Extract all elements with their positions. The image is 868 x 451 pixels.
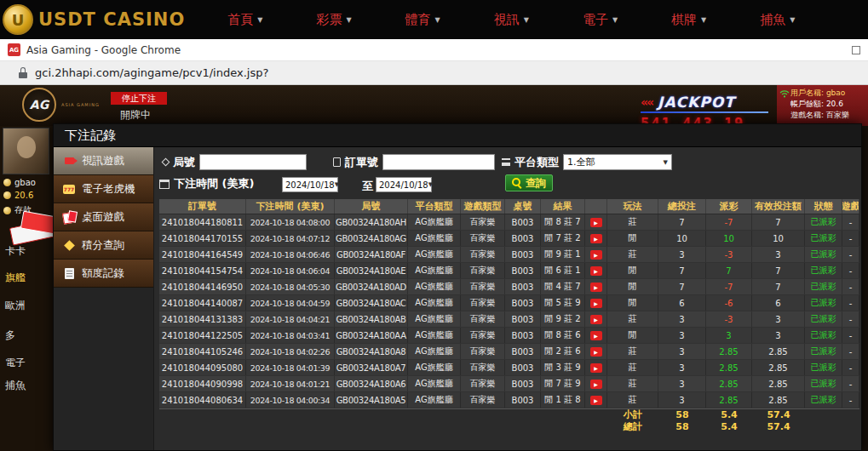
cell-valid: 7 (752, 263, 805, 278)
video-replay-button[interactable]: ▶ (590, 218, 602, 227)
round-input[interactable] (199, 154, 307, 170)
cell-valid: 3 (752, 328, 805, 343)
cell-payout: -3 (706, 247, 752, 262)
nav-item-0[interactable]: 首頁▼ (227, 12, 262, 28)
chevron-down-icon: ▼ (257, 16, 262, 24)
cell-order: 241018044154754 (159, 263, 246, 278)
cell-play: 莊 (607, 214, 658, 230)
cell-payout: 2.85 (706, 392, 752, 408)
cell-time: 2024-10-18 04:01:39 (246, 360, 335, 375)
cell-payout: 2.85 (706, 360, 752, 375)
cell-video: ▶ (585, 263, 607, 278)
jackpot-arrows-icon: «« (641, 95, 652, 109)
sidebar-item-points-query[interactable]: 積分查詢 (54, 231, 153, 260)
video-replay-button[interactable]: ▶ (590, 266, 602, 276)
cell-valid: 2.85 (752, 344, 805, 359)
table-header-cell: 局號 (335, 199, 408, 214)
video-replay-button[interactable]: ▶ (590, 234, 602, 243)
cell-round: GB00324A180A5 (335, 392, 408, 408)
cell-order: 241018044170155 (159, 231, 246, 246)
room-item-3[interactable]: 多 (5, 328, 15, 343)
cell-video: ▶ (585, 344, 607, 359)
table-header-cell: 平台類型 (408, 199, 461, 214)
ag-logo-subtext: ASIA GAMING (61, 102, 100, 107)
subtotal-payout: 5.4 (706, 409, 752, 421)
table-header-cell: 桌號 (505, 199, 541, 214)
cell-extra: - (842, 311, 859, 327)
bet-time-filter: 下注時間 (美東) (159, 176, 254, 191)
user-name: 用戶名稱: gbao (790, 88, 868, 99)
lobby-left-strip: gbao 20.6 存款 卡卡旗艦歐洲多電子捕魚 (0, 126, 53, 451)
cell-order: 241018044180811 (159, 214, 246, 230)
cell-extra: - (842, 231, 859, 246)
room-item-5[interactable]: 捕魚 (5, 379, 26, 393)
video-replay-button[interactable]: ▶ (590, 331, 602, 340)
cell-status: 已派彩 (805, 311, 842, 327)
platform-filter: 平台類型 1.全部 ▼ (502, 154, 672, 170)
sidebar-item-label: 電子老虎機 (82, 182, 135, 197)
cell-time: 2024-10-18 04:01:21 (246, 376, 335, 391)
cell-platform: AG旗艦廳 (408, 263, 461, 278)
cell-extra: - (842, 376, 859, 391)
room-item-1[interactable]: 旗艦 (5, 271, 26, 285)
cards-icon (62, 210, 76, 224)
cell-play: 閒 (607, 328, 658, 343)
cell-video: ▶ (585, 231, 607, 246)
url-text: gci.2hhapi.com/agingame/pcv1/index.jsp? (35, 66, 268, 79)
video-replay-button[interactable]: ▶ (590, 250, 602, 260)
cell-game: 百家樂 (461, 376, 505, 391)
nav-item-4[interactable]: 電子▼ (583, 12, 618, 28)
nav-item-3[interactable]: 視訊▼ (494, 12, 529, 28)
cell-valid: 6 (752, 295, 805, 311)
cell-bet: 3 (658, 360, 706, 375)
video-replay-button[interactable]: ▶ (590, 363, 602, 373)
sidebar-item-quota-records[interactable]: 額度記錄 (54, 260, 153, 288)
chevron-down-icon: ▼ (701, 16, 706, 24)
nav-item-2[interactable]: 體育▼ (405, 12, 440, 28)
strip-username: gbao (3, 178, 36, 187)
cell-video: ▶ (585, 376, 607, 391)
modal-title: 下注記錄 (54, 124, 861, 147)
jackpot-divider (641, 111, 768, 113)
total-row: 總計 58 5.4 57.4 (159, 420, 859, 432)
platform-select[interactable]: 1.全部 ▼ (563, 154, 672, 170)
cell-status: 已派彩 (805, 263, 842, 278)
sidebar-item-slots[interactable]: 電子老虎機 (54, 175, 153, 203)
cell-extra: - (842, 247, 859, 262)
game-top-bar: AG ASIA GAMING 停止下注 開牌中 «« JACKPOT 541,4… (0, 85, 868, 126)
video-replay-button[interactable]: ▶ (590, 380, 602, 389)
cell-play: 莊 (607, 247, 658, 262)
sidebar-item-label: 桌面遊戲 (82, 210, 124, 225)
order-label: 訂單號 (345, 155, 378, 170)
date-from-value: 2024/10/18 (285, 180, 335, 190)
room-item-4[interactable]: 電子 (5, 356, 26, 370)
nav-item-5[interactable]: 棋牌▼ (671, 12, 706, 28)
chrome-url-bar[interactable]: gci.2hhapi.com/agingame/pcv1/index.jsp? (0, 61, 868, 85)
cell-extra: - (842, 328, 859, 343)
date-to-select[interactable]: 2024/10/18 ▼ (376, 177, 432, 192)
cell-play: 莊 (607, 344, 658, 359)
nav-item-1[interactable]: 彩票▼ (316, 12, 351, 28)
total-payout: 5.4 (706, 420, 752, 432)
video-replay-button[interactable]: ▶ (590, 347, 602, 357)
room-item-2[interactable]: 歐洲 (5, 299, 26, 313)
date-from-select[interactable]: 2024/10/18 ▼ (282, 177, 338, 192)
clipboard-icon (333, 157, 341, 167)
order-input[interactable] (382, 154, 495, 170)
maximize-button[interactable] (852, 46, 860, 54)
video-replay-button[interactable]: ▶ (590, 299, 602, 308)
nav-item-6[interactable]: 捕魚▼ (760, 12, 795, 28)
sidebar-item-video-games[interactable]: 視訊遊戲 (54, 147, 153, 175)
search-button[interactable]: 查詢 (505, 174, 553, 191)
room-item-0[interactable]: 卡卡 (5, 244, 26, 259)
cell-table_no: B003 (505, 392, 541, 408)
video-replay-button[interactable]: ▶ (590, 283, 602, 292)
video-replay-button[interactable]: ▶ (590, 315, 602, 324)
cell-play: 莊 (607, 392, 658, 408)
video-replay-button[interactable]: ▶ (590, 396, 602, 405)
sidebar-item-table-games[interactable]: 桌面遊戲 (54, 203, 153, 231)
cell-table_no: B003 (505, 247, 541, 262)
cell-play: 閒 (607, 231, 658, 246)
cell-order: 241018044131383 (159, 311, 246, 327)
cell-bet: 7 (658, 263, 706, 278)
